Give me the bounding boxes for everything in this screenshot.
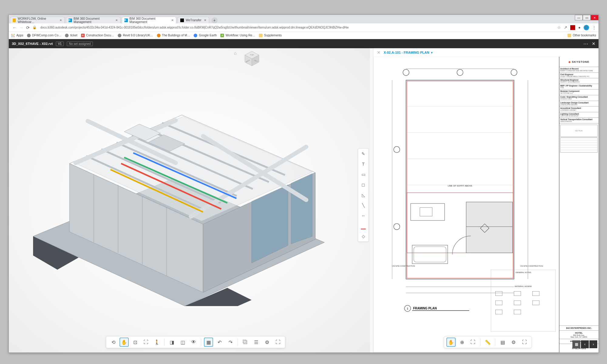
- chrome-window: — ▭ ✕ WORKFLOW, Online Whiteboar… ✕ B BI…: [8, 15, 599, 353]
- view-cube[interactable]: ⌂ TOP BACK LEFT: [243, 50, 261, 68]
- earth-icon: [194, 34, 197, 37]
- pan-icon[interactable]: ✋: [120, 338, 129, 347]
- bookmark-item[interactable]: Revit 9.0 Library\UK…: [118, 34, 153, 37]
- revision-block: [560, 137, 598, 153]
- new-tab-button[interactable]: +: [212, 17, 218, 23]
- settings-icon[interactable]: ⚙: [263, 338, 272, 347]
- sheet-drawing-area[interactable]: LINE OF SOFFIT ABOVE ON SITE CONSTRUCTIO…: [373, 57, 559, 352]
- other-bookmarks[interactable]: Other bookmarks: [568, 34, 596, 37]
- fullscreen-icon[interactable]: ⛶: [273, 338, 283, 347]
- model-browser-icon[interactable]: ⿻: [241, 338, 250, 347]
- line-icon[interactable]: ╲: [360, 202, 367, 209]
- grid-view-button[interactable]: ▦: [572, 340, 580, 348]
- forward-button[interactable]: →: [18, 24, 25, 31]
- browser-tabstrip: WORKFLOW, Online Whiteboar… ✕ B BIM 360 …: [9, 15, 599, 23]
- fit-icon[interactable]: ⛶: [468, 338, 477, 347]
- close-tab-icon[interactable]: ✕: [59, 19, 62, 22]
- measure-icon[interactable]: ▦: [204, 338, 213, 347]
- globe-icon: [27, 34, 31, 37]
- undo-icon[interactable]: ↶: [215, 338, 224, 347]
- svg-text:ON SITE CONSTRUCTION: ON SITE CONSTRUCTION: [520, 265, 543, 267]
- close-viewer-button[interactable]: ✕: [592, 41, 595, 46]
- cast-icon[interactable]: ↗: [564, 25, 567, 30]
- eraser-icon[interactable]: ◇: [360, 233, 367, 240]
- extension-dot-icon[interactable]: ●: [578, 25, 581, 30]
- viewer-3d-canvas[interactable]: ⌂ TOP BACK LEFT: [9, 48, 370, 352]
- bookmark-item[interactable]: DFWComp.com Co…: [27, 34, 62, 37]
- orbit-icon[interactable]: ⟲: [109, 338, 118, 347]
- settings-icon[interactable]: ⚙: [509, 338, 518, 347]
- dimension-icon[interactable]: ↔: [360, 212, 367, 219]
- toolbar-3d: ⟲ ✋ ⊡ ⛶ 🚶 ◨ ◫ 👁 ▦ ↶ ↷ ⿻ ☰ ⚙ ⛶: [106, 336, 285, 348]
- svg-point-45: [403, 69, 409, 76]
- zoom-window-icon[interactable]: ⊡: [131, 338, 140, 347]
- polyline-icon[interactable]: ◺: [360, 192, 367, 198]
- version-badge[interactable]: V1: [56, 42, 64, 46]
- minimize-button[interactable]: —: [575, 15, 583, 20]
- firm-logo: ◆SKYSTONE: [559, 57, 599, 67]
- toolbar-2d: ✋ ⊕ ⛶ 📏 ▤ ⚙ ⛶: [444, 336, 532, 348]
- star-icon[interactable]: ☆: [557, 25, 561, 30]
- highlight-icon[interactable]: [361, 223, 366, 229]
- callout-icon[interactable]: ▭: [360, 171, 367, 178]
- zoom-icon[interactable]: ⊕: [457, 338, 466, 347]
- globe-icon: [65, 34, 69, 37]
- close-panel-icon[interactable]: ✕: [377, 50, 381, 55]
- firstperson-icon[interactable]: ◨: [167, 338, 176, 347]
- tab-wetransfer[interactable]: WeTransfer ✕: [178, 17, 209, 23]
- bookmark-item[interactable]: Supplements: [259, 34, 282, 37]
- section-icon[interactable]: ◫: [178, 338, 187, 347]
- tab-bim-2-active[interactable]: B BIM 360 Document Management ✕: [122, 17, 176, 23]
- tab-workflow[interactable]: WORKFLOW, Online Whiteboar… ✕: [10, 17, 65, 23]
- fullscreen-icon[interactable]: ⛶: [520, 338, 529, 347]
- pan-icon[interactable]: ✋: [446, 338, 456, 347]
- svg-rect-74: [533, 301, 539, 305]
- project-name: HOTEL 842 Sixth Ave, New York, NY 10001: [559, 331, 599, 339]
- tab-bim-1[interactable]: B BIM 360 Document Management ✕: [66, 17, 120, 23]
- favicon-wetransfer: [180, 19, 184, 22]
- header-menu-icon[interactable]: ⋯: [583, 41, 589, 47]
- close-tab-icon[interactable]: ✕: [171, 19, 174, 22]
- measure-icon[interactable]: 📏: [483, 338, 492, 347]
- chrome-menu-icon[interactable]: ⋮: [592, 25, 596, 30]
- redo-icon[interactable]: ↷: [226, 338, 235, 347]
- maximize-button[interactable]: ▭: [583, 15, 591, 20]
- next-sheet-button[interactable]: ›: [589, 340, 597, 348]
- profile-avatar[interactable]: D: [584, 25, 589, 30]
- fit-icon[interactable]: ⛶: [141, 338, 151, 347]
- file-name: 3D_X02_6THAVE - X02.rvt: [12, 42, 53, 46]
- home-icon[interactable]: ⌂: [234, 51, 236, 56]
- sheet-title-dropdown[interactable]: X-02.A-101 - FRAMING PLAN▼: [384, 51, 433, 54]
- bim-header: 3D_X02_6THAVE - X02.rvt V1 No set assign…: [9, 39, 599, 48]
- sheet-panel: ✕ X-02.A-101 - FRAMING PLAN▼: [373, 48, 599, 352]
- window-controls: — ▭ ✕: [575, 15, 599, 23]
- a-icon: A: [220, 34, 224, 37]
- svg-rect-69: [496, 292, 502, 296]
- layers-icon[interactable]: ▤: [498, 338, 507, 347]
- ai-icon: AI: [81, 34, 85, 37]
- adobe-extension-icon[interactable]: [570, 25, 575, 30]
- bookmark-item[interactable]: AWorkflow: Using Re…: [220, 34, 255, 37]
- tab-label: WeTransfer: [186, 19, 202, 22]
- bookmark-item[interactable]: ticket: [65, 34, 77, 37]
- explode-icon[interactable]: 👁: [189, 338, 198, 347]
- pencil-icon[interactable]: ✎: [360, 150, 367, 157]
- close-tab-icon[interactable]: ✕: [115, 19, 118, 22]
- close-tab-icon[interactable]: ✕: [204, 19, 206, 22]
- prev-sheet-button[interactable]: ‹: [581, 340, 589, 348]
- close-window-button[interactable]: ✕: [591, 15, 599, 20]
- set-badge[interactable]: No set assigned: [67, 42, 93, 46]
- folder-icon: [568, 34, 571, 37]
- rect-select-icon[interactable]: ◻: [360, 181, 367, 188]
- text-icon[interactable]: T: [360, 161, 367, 167]
- bookmark-apps[interactable]: Apps: [11, 34, 23, 37]
- site-info-icon[interactable]: 🔒: [31, 24, 38, 31]
- walk-icon[interactable]: 🚶: [152, 338, 161, 347]
- reload-button[interactable]: ⟳: [25, 24, 31, 31]
- back-button[interactable]: ←: [11, 24, 18, 31]
- properties-icon[interactable]: ☰: [252, 338, 261, 347]
- bookmark-item[interactable]: The Buildings of M…: [157, 34, 190, 37]
- bookmark-item[interactable]: Google Earth: [194, 34, 217, 37]
- bookmark-item[interactable]: AIConstruction Docu…: [81, 34, 114, 37]
- address-bar[interactable]: docs.b360.autodesk.com/projects/4532c34a…: [38, 26, 557, 29]
